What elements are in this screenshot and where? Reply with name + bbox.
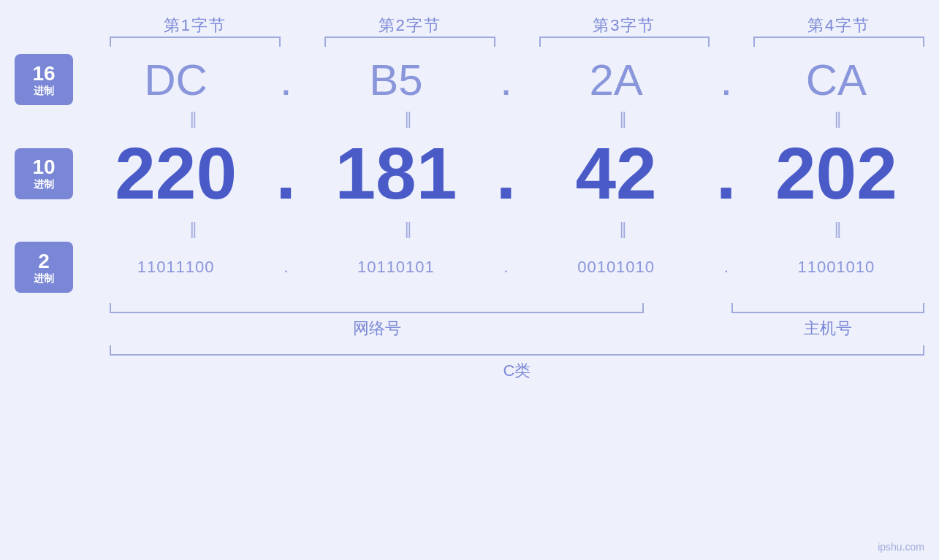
dec-dot-3: . bbox=[704, 131, 748, 215]
host-label: 主机号 bbox=[804, 318, 852, 340]
equals-row-1: ‖ ‖ ‖ ‖ bbox=[0, 110, 939, 129]
byte-headers: 第1字节 第2字节 第3字节 第4字节 bbox=[0, 15, 939, 37]
bin-label: 2 进制 bbox=[15, 242, 73, 293]
network-bracket bbox=[110, 303, 644, 313]
eq1-1: ‖ bbox=[110, 110, 281, 129]
class-label: C类 bbox=[110, 360, 924, 382]
bottom-section: 网络号 主机号 C类 bbox=[0, 303, 939, 382]
eq2-4: ‖ bbox=[753, 220, 924, 239]
dec-label: 10 进制 bbox=[15, 148, 73, 199]
eq2-3: ‖ bbox=[539, 220, 710, 239]
bin-val-4: 11001010 bbox=[748, 258, 924, 277]
network-bracket-wrap: 网络号 bbox=[110, 303, 688, 340]
bracket-top-4 bbox=[753, 37, 924, 47]
hex-dot-3: . bbox=[704, 55, 748, 105]
class-bracket bbox=[110, 345, 924, 356]
dec-row: 10 进制 220 . 181 . 42 . 202 bbox=[0, 131, 939, 215]
top-brackets bbox=[0, 37, 939, 47]
bin-val-1: 11011100 bbox=[88, 258, 264, 277]
eq1-3: ‖ bbox=[539, 110, 710, 129]
dec-dot-1: . bbox=[264, 131, 308, 215]
class-bracket-row: C类 bbox=[110, 345, 924, 382]
watermark: ipshu.com bbox=[878, 541, 924, 553]
hex-dot-2: . bbox=[484, 55, 528, 105]
hex-val-1: DC bbox=[88, 55, 264, 105]
bin-values: 11011100 . 10110101 . 00101010 . 1100101… bbox=[88, 258, 924, 277]
network-label: 网络号 bbox=[110, 318, 644, 340]
hex-values: DC . B5 . 2A . CA bbox=[88, 55, 924, 105]
bin-row: 2 进制 11011100 . 10110101 . 00101010 . 11… bbox=[0, 242, 939, 293]
hex-label: 16 进制 bbox=[15, 54, 73, 105]
dec-val-1: 220 bbox=[88, 131, 264, 215]
bin-dot-1: . bbox=[264, 258, 308, 277]
byte4-header: 第4字节 bbox=[753, 15, 924, 37]
bin-dot-3: . bbox=[704, 258, 748, 277]
bracket-top-2 bbox=[324, 37, 495, 47]
byte3-header: 第3字节 bbox=[539, 15, 710, 37]
bin-val-2: 10110101 bbox=[308, 258, 484, 277]
host-bracket-wrap: 主机号 bbox=[731, 303, 924, 340]
bracket-top-1 bbox=[110, 37, 281, 47]
host-bracket bbox=[731, 303, 924, 313]
eq2-2: ‖ bbox=[324, 220, 495, 239]
bin-val-3: 00101010 bbox=[528, 258, 704, 277]
hex-val-4: CA bbox=[748, 55, 924, 105]
eq1-4: ‖ bbox=[753, 110, 924, 129]
hex-row: 16 进制 DC . B5 . 2A . CA bbox=[0, 54, 939, 105]
dec-val-4: 202 bbox=[748, 131, 924, 215]
dec-val-3: 42 bbox=[528, 131, 704, 215]
network-host-row: 网络号 主机号 bbox=[110, 303, 924, 340]
equals-row-2: ‖ ‖ ‖ ‖ bbox=[0, 220, 939, 239]
byte1-header: 第1字节 bbox=[110, 15, 281, 37]
dec-values: 220 . 181 . 42 . 202 bbox=[88, 131, 924, 215]
dec-dot-2: . bbox=[484, 131, 528, 215]
bracket-top-3 bbox=[539, 37, 710, 47]
hex-val-3: 2A bbox=[528, 55, 704, 105]
dec-val-2: 181 bbox=[308, 131, 484, 215]
bin-dot-2: . bbox=[484, 258, 528, 277]
hex-dot-1: . bbox=[264, 55, 308, 105]
byte2-header: 第2字节 bbox=[324, 15, 495, 37]
eq2-1: ‖ bbox=[110, 220, 281, 239]
hex-val-2: B5 bbox=[308, 55, 484, 105]
eq1-2: ‖ bbox=[324, 110, 495, 129]
